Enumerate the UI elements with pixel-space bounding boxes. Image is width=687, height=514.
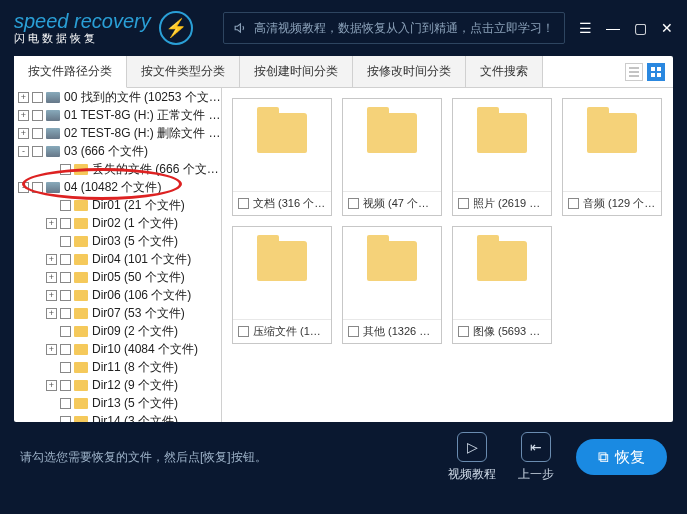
expand-toggle[interactable]: + — [46, 380, 57, 391]
grid-icon — [651, 67, 661, 77]
tab-4[interactable]: 文件搜索 — [466, 56, 543, 87]
folder-card[interactable]: 音频 (129 个文件) — [562, 98, 662, 216]
expand-toggle[interactable]: + — [18, 92, 29, 103]
tree-row[interactable]: +Dir05 (50 个文件) — [14, 268, 221, 286]
tree-checkbox[interactable] — [60, 416, 71, 423]
card-checkbox[interactable] — [458, 198, 469, 209]
tab-3[interactable]: 按修改时间分类 — [353, 56, 466, 87]
video-label: 视频教程 — [448, 466, 496, 483]
tree-row[interactable]: 丢失的文件 (666 个文件) — [14, 160, 221, 178]
tree-checkbox[interactable] — [60, 236, 71, 247]
tree-checkbox[interactable] — [32, 110, 43, 121]
scan-icon: ⧉ — [598, 448, 609, 466]
tree-row[interactable]: +Dir10 (4084 个文件) — [14, 340, 221, 358]
folder-icon — [74, 380, 88, 391]
folder-icon — [74, 326, 88, 337]
tree-row[interactable]: +Dir07 (53 个文件) — [14, 304, 221, 322]
minimize-button[interactable]: — — [606, 20, 620, 36]
video-tutorial-button[interactable]: ▷ 视频教程 — [448, 432, 496, 483]
card-checkbox[interactable] — [568, 198, 579, 209]
tree-checkbox[interactable] — [60, 362, 71, 373]
tree-checkbox[interactable] — [60, 398, 71, 409]
tree-checkbox[interactable] — [60, 326, 71, 337]
expand-toggle[interactable]: + — [46, 254, 57, 265]
tree-row[interactable]: +Dir02 (1 个文件) — [14, 214, 221, 232]
tree-label: Dir03 (5 个文件) — [92, 233, 221, 250]
file-tree[interactable]: +00 找到的文件 (10253 个文件)+01 TEST-8G (H:) 正常… — [14, 88, 222, 422]
tree-checkbox[interactable] — [60, 164, 71, 175]
expand-toggle[interactable]: + — [18, 110, 29, 121]
card-checkbox[interactable] — [348, 198, 359, 209]
close-button[interactable]: ✕ — [661, 20, 673, 36]
card-checkbox[interactable] — [238, 198, 249, 209]
folder-icon — [257, 113, 307, 153]
expand-toggle[interactable]: - — [18, 182, 29, 193]
tree-row[interactable]: Dir03 (5 个文件) — [14, 232, 221, 250]
tree-checkbox[interactable] — [60, 218, 71, 229]
tree-row[interactable]: Dir01 (21 个文件) — [14, 196, 221, 214]
tree-checkbox[interactable] — [60, 344, 71, 355]
folder-icon — [477, 113, 527, 153]
expand-toggle[interactable]: + — [46, 218, 57, 229]
recover-button[interactable]: ⧉ 恢复 — [576, 439, 667, 475]
tree-label: Dir10 (4084 个文件) — [92, 341, 221, 358]
tree-row[interactable]: -03 (666 个文件) — [14, 142, 221, 160]
expand-toggle[interactable]: - — [18, 146, 29, 157]
expand-toggle[interactable]: + — [18, 128, 29, 139]
expand-toggle[interactable]: + — [46, 272, 57, 283]
folder-card[interactable]: 文档 (316 个文件) — [232, 98, 332, 216]
tree-checkbox[interactable] — [32, 92, 43, 103]
tree-row[interactable]: +00 找到的文件 (10253 个文件) — [14, 88, 221, 106]
tree-checkbox[interactable] — [60, 308, 71, 319]
speaker-icon — [234, 21, 248, 35]
tree-row[interactable]: -04 (10482 个文件) — [14, 178, 221, 196]
folder-icon — [74, 344, 88, 355]
folder-card[interactable]: 照片 (2619 个文 — [452, 98, 552, 216]
logo-title: speed recovery — [14, 10, 151, 33]
tree-checkbox[interactable] — [60, 200, 71, 211]
tab-2[interactable]: 按创建时间分类 — [240, 56, 353, 87]
tree-row[interactable]: +01 TEST-8G (H:) 正常文件 (3991 个 — [14, 106, 221, 124]
maximize-button[interactable]: ▢ — [634, 20, 647, 36]
bolt-icon: ⚡ — [159, 11, 193, 45]
tree-row[interactable]: +Dir06 (106 个文件) — [14, 286, 221, 304]
tree-row[interactable]: Dir13 (5 个文件) — [14, 394, 221, 412]
tree-row[interactable]: Dir14 (3 个文件) — [14, 412, 221, 422]
tree-checkbox[interactable] — [32, 128, 43, 139]
folder-card[interactable]: 视频 (47 个文件) — [342, 98, 442, 216]
card-checkbox[interactable] — [348, 326, 359, 337]
tree-checkbox[interactable] — [60, 254, 71, 265]
folder-icon — [74, 398, 88, 409]
tree-checkbox[interactable] — [32, 146, 43, 157]
card-checkbox[interactable] — [458, 326, 469, 337]
tree-checkbox[interactable] — [32, 182, 43, 193]
tree-row[interactable]: +Dir12 (9 个文件) — [14, 376, 221, 394]
drive-icon — [46, 182, 60, 193]
svg-rect-0 — [651, 67, 655, 71]
tip-text: 高清视频教程，数据恢复从入门到精通，点击立即学习！ — [254, 20, 554, 37]
prev-step-button[interactable]: ⇤ 上一步 — [518, 432, 554, 483]
tree-row[interactable]: +Dir04 (101 个文件) — [14, 250, 221, 268]
tree-row[interactable]: Dir11 (8 个文件) — [14, 358, 221, 376]
tab-0[interactable]: 按文件路径分类 — [14, 56, 127, 88]
tree-checkbox[interactable] — [60, 272, 71, 283]
tree-row[interactable]: Dir09 (2 个文件) — [14, 322, 221, 340]
folder-card[interactable]: 其他 (1326 个文 — [342, 226, 442, 344]
grid-view-button[interactable] — [647, 63, 665, 81]
list-view-button[interactable] — [625, 63, 643, 81]
tree-checkbox[interactable] — [60, 380, 71, 391]
tree-row[interactable]: +02 TEST-8G (H:) 删除文件 (4866 个 — [14, 124, 221, 142]
folder-icon — [74, 308, 88, 319]
tab-1[interactable]: 按文件类型分类 — [127, 56, 240, 87]
card-checkbox[interactable] — [238, 326, 249, 337]
folder-card[interactable]: 图像 (5693 个文 — [452, 226, 552, 344]
menu-button[interactable]: ☰ — [579, 20, 592, 36]
expand-toggle[interactable]: + — [46, 308, 57, 319]
tutorial-tip-bar[interactable]: 高清视频教程，数据恢复从入门到精通，点击立即学习！ — [223, 12, 565, 44]
expand-toggle[interactable]: + — [46, 290, 57, 301]
tree-checkbox[interactable] — [60, 290, 71, 301]
expand-toggle[interactable]: + — [46, 344, 57, 355]
folder-card[interactable]: 压缩文件 (123 ... — [232, 226, 332, 344]
card-label: 其他 (1326 个文 — [363, 324, 436, 339]
drive-icon — [46, 128, 60, 139]
